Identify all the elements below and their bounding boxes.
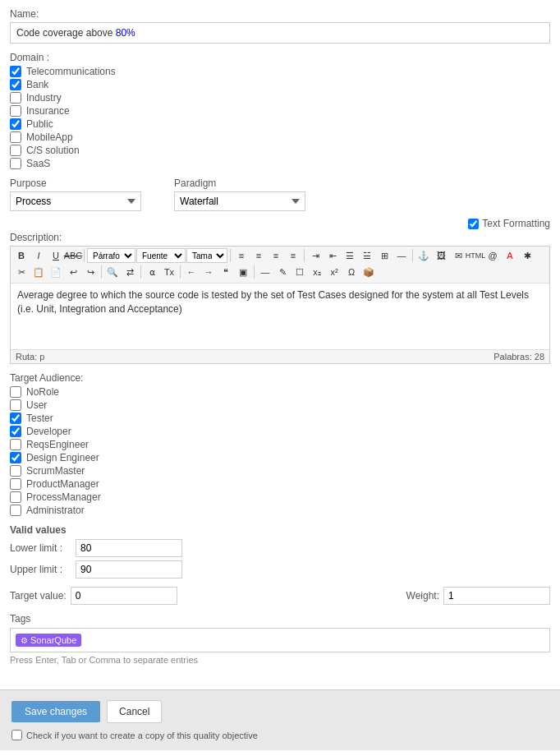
audience-label-administrator: Administrator: [26, 505, 85, 516]
domain-checkbox-mobileapp[interactable]: [10, 131, 21, 143]
align-right-btn[interactable]: ≡: [268, 248, 284, 263]
target-value-input[interactable]: [71, 587, 177, 605]
outdent-btn[interactable]: ⇤: [324, 248, 341, 263]
domain-checkbox-insurance[interactable]: [10, 105, 21, 117]
audience-checkbox-norole[interactable]: [10, 386, 21, 398]
cut-btn[interactable]: ✂: [13, 265, 30, 279]
audience-checkbox-tester[interactable]: [10, 413, 21, 424]
audience-label-productmanager: ProductManager: [26, 478, 99, 490]
name-text-highlight: 80%: [116, 27, 135, 39]
align-left-btn[interactable]: ≡: [233, 248, 250, 263]
paradigm-select[interactable]: Waterfall Agile Scrum: [174, 191, 305, 211]
footer-buttons: Save changes Cancel: [11, 700, 549, 723]
audience-checkboxes: NoRoleUserTesterDeveloperReqsEngineerDes…: [10, 386, 550, 516]
align-center-btn[interactable]: ≡: [250, 248, 267, 263]
upper-limit-input[interactable]: [76, 560, 182, 579]
cancel-button[interactable]: Cancel: [107, 700, 162, 723]
domain-checkbox-industry[interactable]: [10, 92, 21, 104]
list-ul-btn[interactable]: ☰: [342, 248, 358, 263]
audience-checkbox-designengineer[interactable]: [10, 452, 21, 463]
target-audience-section: Target Audience: NoRoleUserTesterDevelop…: [10, 372, 550, 516]
email-btn[interactable]: ✉: [450, 248, 466, 263]
special-btn[interactable]: @: [484, 248, 501, 263]
size-select[interactable]: Tamaño 8 10 12: [186, 248, 227, 263]
font-color-btn[interactable]: A: [502, 248, 518, 263]
audience-checkbox-administrator[interactable]: [10, 505, 21, 516]
weight-input[interactable]: [443, 587, 550, 605]
superscript-btn[interactable]: x²: [326, 265, 342, 279]
domain-checkbox-cssolution[interactable]: [10, 145, 21, 156]
domain-checkbox-telecom[interactable]: [10, 66, 21, 77]
div-btn[interactable]: ▣: [235, 265, 251, 279]
undo-btn[interactable]: ↩: [65, 265, 81, 279]
audience-checkbox-reqsengineer[interactable]: [10, 439, 21, 450]
paragraph-select[interactable]: Párrafo H1 H2: [87, 248, 135, 263]
domain-checkbox-bank[interactable]: [10, 79, 21, 90]
purpose-select[interactable]: Process Quality Performance: [10, 191, 141, 211]
domain-item-cssolution: C/S solution: [10, 145, 550, 156]
domain-item-saas: SaaS: [10, 158, 550, 169]
block-quote-btn[interactable]: ❝: [218, 265, 234, 279]
italic-btn[interactable]: I: [30, 248, 47, 263]
audience-checkbox-processmanager[interactable]: [10, 491, 21, 503]
audience-checkbox-productmanager[interactable]: [10, 478, 21, 490]
purpose-label: Purpose: [10, 177, 141, 189]
image-btn[interactable]: 🖼: [433, 248, 449, 263]
tags-input-container[interactable]: ⚙ SonarQube: [10, 628, 550, 652]
strikethrough-btn[interactable]: ABC: [65, 248, 81, 263]
spell-btn[interactable]: ⍺: [144, 265, 160, 279]
audience-item-developer: Developer: [10, 426, 550, 437]
main-container: Name: Code coverage above 80% Domain : T…: [0, 0, 560, 681]
toolbar-sep-5: [101, 265, 102, 279]
text-formatting-label: Text Formatting: [482, 218, 550, 229]
underline-btn[interactable]: U: [48, 248, 64, 263]
find-btn[interactable]: 🔍: [104, 265, 121, 279]
decrease-indent-btn[interactable]: ←: [183, 265, 200, 279]
toolbar-sep-4: [412, 249, 413, 262]
align-justify-btn[interactable]: ≡: [285, 248, 301, 263]
link-btn[interactable]: ⚓: [415, 248, 432, 263]
list-ol-btn[interactable]: ☱: [359, 248, 375, 263]
editor-content[interactable]: Average degree to which the source code …: [11, 284, 549, 349]
increase-indent-btn[interactable]: →: [200, 265, 217, 279]
domain-checkbox-public[interactable]: [10, 118, 21, 130]
pencil-btn[interactable]: ✎: [274, 265, 291, 279]
lower-limit-input[interactable]: [76, 539, 182, 557]
paste-btn[interactable]: 📄: [48, 265, 64, 279]
save-button[interactable]: Save changes: [11, 701, 100, 722]
name-field-display[interactable]: Code coverage above 80%: [10, 22, 550, 44]
copy-btn[interactable]: 📋: [30, 265, 47, 279]
indent-btn[interactable]: ⇥: [307, 248, 324, 263]
remove-format-btn[interactable]: Tx: [161, 265, 177, 279]
font-select[interactable]: Fuente Arial: [136, 248, 186, 263]
domain-item-bank: Bank: [10, 79, 550, 90]
toolbar-row-2: ✂ 📋 📄 ↩ ↪ 🔍 ⇄ ⍺ Tx ← → ❝ ▣: [13, 265, 547, 279]
bg-color-btn[interactable]: ✱: [519, 248, 535, 263]
purpose-paradigm-row: Purpose Process Quality Performance Para…: [10, 177, 550, 211]
domain-item-telecom: Telecommunications: [10, 66, 550, 77]
replace-btn[interactable]: ⇄: [122, 265, 138, 279]
text-formatting-checkbox[interactable]: [468, 219, 479, 229]
em-dash-btn[interactable]: —: [257, 265, 273, 279]
target-value-field: Target value:: [10, 587, 177, 605]
hr-btn[interactable]: —: [393, 248, 410, 263]
table-btn[interactable]: ⊞: [376, 248, 392, 263]
lower-limit-label: Lower limit :: [10, 542, 76, 554]
bold-btn[interactable]: B: [13, 248, 30, 263]
copy-checkbox[interactable]: [11, 730, 22, 740]
audience-label-user: User: [26, 399, 47, 411]
audience-checkbox-developer[interactable]: [10, 426, 21, 437]
subscript-btn[interactable]: x₂: [309, 265, 325, 279]
toolbar-sep-3: [304, 249, 305, 262]
copy-checkbox-row: Check if you want to create a copy of th…: [11, 730, 549, 740]
audience-checkbox-user[interactable]: [10, 399, 21, 411]
checkbox-btn[interactable]: ☐: [291, 265, 308, 279]
box-btn[interactable]: 📦: [360, 265, 377, 279]
html-btn[interactable]: HTML: [467, 248, 484, 263]
omega-btn[interactable]: Ω: [343, 265, 360, 279]
domain-checkbox-saas[interactable]: [10, 158, 21, 169]
tag-sonarqube[interactable]: ⚙ SonarQube: [16, 634, 81, 647]
redo-btn[interactable]: ↪: [82, 265, 99, 279]
audience-checkbox-scrummaster[interactable]: [10, 465, 21, 477]
footer-section: Save changes Cancel Check if you want to…: [0, 689, 560, 750]
